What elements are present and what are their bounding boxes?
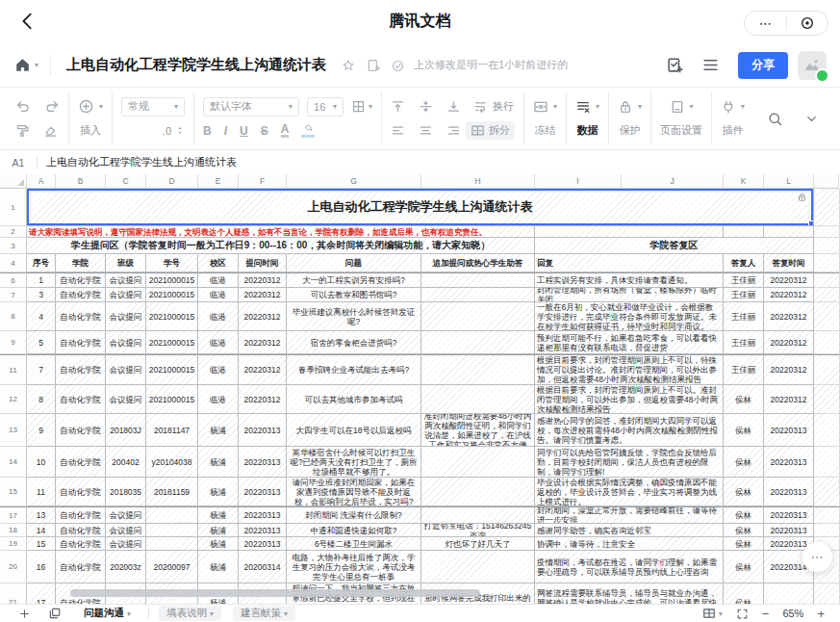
protect-icon[interactable] — [618, 99, 633, 115]
cell[interactable]: 侯林 — [724, 414, 764, 447]
cell[interactable]: 请大家阅读填写说明，遵守国家法律法规，文明表达个人疑惑，如有不当言论，学院有权删… — [27, 226, 535, 238]
cell[interactable] — [814, 524, 840, 537]
cell[interactable]: 会议提问 — [106, 288, 146, 302]
cell[interactable]: 15 — [27, 537, 56, 551]
column-header-L[interactable]: L — [764, 174, 814, 189]
cell[interactable]: 2021000015 — [146, 302, 198, 331]
cell[interactable]: 杨浦 — [198, 537, 239, 551]
valign-bottom-icon[interactable] — [446, 99, 461, 114]
cell[interactable]: 16 — [27, 551, 56, 583]
hamburger-menu-icon[interactable] — [701, 56, 720, 74]
cell[interactable]: 可以去教室和图书馆吗? — [287, 288, 421, 302]
row-number[interactable]: 2 — [0, 226, 27, 238]
cell[interactable]: 会议提问 — [106, 385, 146, 414]
cell[interactable]: 11 — [27, 478, 56, 506]
cell[interactable] — [814, 272, 840, 288]
cell[interactable]: 追加提问或热心学生助答 — [421, 254, 535, 272]
cell[interactable] — [421, 331, 535, 354]
cell[interactable]: 自动化学院 — [56, 524, 106, 537]
sheet-tab[interactable]: 建言献策 ▾ — [233, 606, 295, 621]
number-format-select[interactable]: 常规 ▾ — [121, 97, 185, 117]
cell[interactable] — [814, 583, 840, 604]
horizontal-scrollbar[interactable] — [70, 589, 480, 597]
cell[interactable]: 自动化学院 — [56, 537, 106, 551]
cell[interactable]: 20181159 — [146, 478, 198, 506]
data-validation-icon[interactable] — [575, 99, 591, 115]
cell[interactable]: 临港 — [198, 302, 239, 331]
cell[interactable]: 英华楼宿舍什么时候可以打扫卫生呢?已经两天没有打扫卫生了，厕所垃圾桶早就不够用了… — [287, 447, 421, 478]
cell[interactable]: 3 — [27, 288, 56, 302]
cell[interactable] — [814, 189, 840, 226]
cell[interactable]: 预判近期可能不行，如果着急吃零食，可以看看快递柜那里有没有联系电话，督促进货 — [535, 331, 724, 354]
home-button[interactable]: ▾ — [13, 56, 38, 74]
cell[interactable]: 回复 — [535, 254, 724, 272]
align-left-icon[interactable] — [391, 123, 405, 138]
cell[interactable]: 答复人 — [724, 254, 764, 272]
column-header-K[interactable]: K — [724, 174, 764, 189]
cell[interactable]: 7 — [27, 354, 56, 385]
cell[interactable]: 感谢热心同学的回答，准封闭期间大四同学可以返校，每次进校前需持48小时内两次核酸… — [535, 414, 724, 447]
cell[interactable] — [814, 478, 840, 506]
cell[interactable]: 9 — [27, 414, 56, 447]
cell[interactable] — [146, 537, 198, 551]
cell[interactable]: 侯林 — [724, 478, 764, 506]
cell[interactable]: 电路，大物补考往后推了两次，学生复习的压力会很大诶，考试没考完学生心里总有一桩事 — [287, 551, 421, 583]
cell[interactable]: 10 — [27, 447, 56, 478]
cell[interactable]: 工程实训另有安排，具体安排请查看通知。 — [535, 272, 724, 288]
align-center-icon[interactable] — [419, 123, 433, 138]
cell[interactable]: 20220312 — [764, 272, 814, 288]
cell[interactable]: 侯林 — [724, 506, 764, 524]
cell[interactable]: 同学们可以先给宿管阿姨反馈，学院也会反馈给后勤，目前学校封闭期间，保洁人员也有进… — [535, 447, 724, 478]
cell[interactable] — [764, 583, 814, 604]
cell[interactable]: 杨浦 — [198, 524, 239, 537]
cell[interactable]: 侯林 — [724, 551, 764, 583]
cell[interactable]: 20220313 — [239, 447, 287, 478]
cell[interactable] — [421, 447, 535, 478]
cell[interactable]: 临港 — [198, 288, 239, 302]
cell[interactable]: 一般在6月初，安心就业和做毕业设计，会根据教学安排进行，完成毕业符合条件即可发放… — [535, 302, 724, 331]
wrap-text-icon[interactable] — [473, 99, 488, 114]
cell[interactable]: 王佳丽 — [724, 354, 764, 385]
cell[interactable]: 6号楼二楼卫生间漏水 — [287, 537, 421, 551]
cell[interactable]: 8 — [27, 385, 56, 414]
formula-value[interactable]: 上电自动化工程学院学生线上沟通统计表 — [38, 155, 237, 169]
cell[interactable]: 17 — [27, 583, 56, 604]
cell[interactable]: 网签流程需要联系辅导员，辅导员与就业办沟通，网签确认是学校就业中心完成的，可以沟… — [535, 583, 724, 604]
more-menu-icon[interactable]: ⋯ — [745, 16, 786, 31]
cell[interactable]: 杨浦 — [198, 447, 239, 478]
selection-fill-handle[interactable] — [808, 220, 814, 226]
plugins-label[interactable]: 插件 — [723, 123, 744, 138]
cell[interactable]: 感谢同学助答，确实咨询近邻宝 — [535, 524, 724, 537]
cell[interactable]: 20220312 — [764, 331, 814, 354]
column-header-C[interactable]: C — [106, 174, 146, 189]
todo-collect-icon[interactable] — [666, 56, 684, 74]
data-label[interactable]: 数据 — [577, 123, 598, 138]
cell[interactable]: 毕业设计会根据实际情况调整，确因疫情原因不能返校的，毕业设计及答辩会，毕业实习将… — [535, 478, 724, 506]
zoom-out-button[interactable]: − — [762, 607, 770, 621]
row-number[interactable]: 15 — [0, 478, 27, 506]
cell[interactable]: 自动化学院 — [56, 478, 106, 506]
cell[interactable]: 侯林 — [724, 447, 764, 478]
column-header-G[interactable]: G — [287, 174, 421, 189]
cell[interactable]: 20220313 — [764, 506, 814, 524]
decimal-stepper-icon[interactable] — [175, 124, 185, 137]
fullscreen-icon[interactable] — [736, 608, 749, 620]
cell[interactable]: 侯林 — [724, 385, 764, 414]
cell[interactable]: 侯林 — [724, 524, 764, 537]
cell[interactable]: 大一的工程实训另有安排吗? — [287, 272, 421, 288]
row-number[interactable]: 3 — [0, 238, 27, 254]
cell[interactable]: 打近邻宝电话：15146263245咨询 — [421, 524, 535, 537]
cell[interactable]: 20220312 — [239, 331, 287, 354]
cell[interactable]: 毕业班建议离校什么时候答辩发证呢? — [287, 302, 421, 331]
new-doc-icon[interactable] — [366, 57, 381, 74]
cell[interactable]: 20220313 — [764, 414, 814, 447]
row-number[interactable]: 20 — [0, 551, 27, 583]
cell[interactable]: 会议提问 — [106, 302, 146, 331]
page-setup-icon[interactable] — [670, 99, 685, 115]
cell[interactable]: 灯也坏了好几天了 — [421, 537, 535, 551]
cell[interactable]: 可以去其他城市参加考试吗 — [287, 385, 421, 414]
strikethrough-button[interactable]: S — [261, 124, 268, 138]
cell[interactable]: 20220313 — [239, 537, 287, 551]
cell[interactable]: 杨浦 — [198, 506, 239, 524]
cell[interactable]: 临港 — [198, 331, 239, 354]
